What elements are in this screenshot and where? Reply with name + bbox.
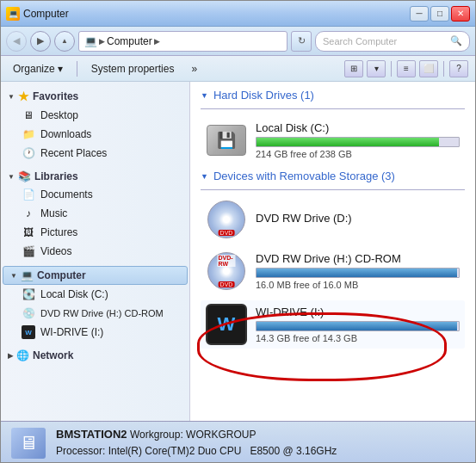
sidebar-item-dvd-h[interactable]: 💿 DVD RW Drive (H:) CD-ROM (1, 304, 189, 323)
network-triangle: ▶ (8, 352, 13, 360)
sidebar-item-documents[interactable]: 📄 Documents (1, 185, 189, 204)
widrive-sidebar-icon: W (22, 325, 35, 339)
local-c-thumb: 💾 (206, 123, 247, 157)
dvd-h-label: DVD RW Drive (H:) CD-ROM (40, 308, 164, 318)
network-label: Network (33, 349, 73, 361)
favorites-label: Favorites (33, 90, 78, 102)
videos-label: Videos (40, 245, 71, 257)
sidebar-item-pictures[interactable]: 🖼 Pictures (1, 223, 189, 242)
drive-local-c[interactable]: 💾 Local Disk (C:) 214 GB free of 238 GB (201, 116, 465, 164)
documents-label: Documents (40, 188, 93, 201)
help-button[interactable]: ? (449, 60, 468, 77)
sidebar-header-favorites[interactable]: ▼ ★ Favorites (1, 87, 189, 106)
details-button[interactable]: ≡ (397, 60, 416, 77)
sidebar-item-widrive[interactable]: W WI-DRIVE (I:) (1, 323, 189, 342)
downloads-icon: 📁 (22, 127, 35, 141)
widrive-i-bar-fill (257, 322, 457, 330)
widrive-image: W (206, 304, 247, 345)
removable-divider (201, 189, 465, 190)
view-arrow-button[interactable]: ▾ (367, 60, 386, 77)
hdd-divider (201, 108, 465, 109)
local-c-free: 214 GB free of 238 GB (256, 149, 460, 159)
sidebar-item-downloads[interactable]: 📁 Downloads (1, 125, 189, 144)
system-properties-button[interactable]: System properties (86, 61, 180, 77)
libraries-triangle: ▼ (8, 173, 15, 181)
organize-label: Organize (13, 63, 55, 75)
dvd-h-bar-fill (257, 269, 457, 277)
forward-button[interactable]: ▶ (30, 31, 51, 52)
pictures-label: Pictures (40, 226, 77, 238)
back-button[interactable]: ◀ (6, 31, 27, 52)
minimize-button[interactable]: ─ (410, 6, 429, 22)
search-placeholder: Search Computer (323, 36, 397, 46)
drive-dvd-h[interactable]: DVD-RW DVD RW Drive (H:) CD-ROM 16.0 MB … (201, 247, 465, 295)
widrive-i-free: 14.3 GB free of 14.3 GB (256, 333, 460, 343)
sidebar-section-computer: ▼ 💻 Computer 💽 Local Disk (C:) 💿 DVD RW … (1, 266, 189, 342)
removable-section-title: Devices with Removable Storage (3) (213, 170, 395, 182)
videos-icon: 🎬 (22, 244, 35, 258)
title-bar: 💻 Computer ─ □ ✕ (1, 1, 475, 27)
hdd-section-triangle: ▼ (201, 91, 208, 100)
toolbar: Organize ▾ System properties » ⊞ ▾ ≡ ⬜ ? (1, 56, 475, 82)
sidebar-item-recent-places[interactable]: 🕐 Recent Places (1, 144, 189, 163)
documents-icon: 📄 (22, 188, 35, 201)
sidebar-header-computer[interactable]: ▼ 💻 Computer (3, 266, 188, 285)
local-disk-c-label: Local Disk (C:) (40, 288, 108, 300)
status-computer-name: BMSTATION2 (56, 428, 127, 441)
status-text: BMSTATION2 Workgroup: WORKGROUP Processo… (56, 426, 337, 460)
recent-places-label: Recent Places (40, 147, 107, 159)
status-computer-icon: 🖥 (11, 428, 46, 459)
hard-disk-drives-header: ▼ Hard Disk Drives (1) (201, 89, 465, 102)
drive-widrive-i[interactable]: W WI-DRIVE (I:) 14.3 GB free of 14.3 GB (201, 300, 465, 349)
recent-places-icon: 🕐 (22, 146, 35, 160)
sidebar-section-network: ▶ 🌐 Network (1, 347, 189, 364)
restore-button[interactable]: □ (430, 6, 449, 22)
toolbar-separator-1 (77, 61, 77, 77)
close-button[interactable]: ✕ (451, 6, 470, 22)
toolbar-separator-3 (443, 61, 444, 77)
local-disk-c-icon: 💽 (22, 287, 35, 301)
organize-button[interactable]: Organize ▾ (8, 61, 68, 77)
dvd-h-thumb: DVD-RW (206, 254, 247, 288)
sidebar-item-local-disk-c[interactable]: 💽 Local Disk (C:) (1, 285, 189, 304)
sidebar-header-network[interactable]: ▶ 🌐 Network (1, 347, 189, 364)
more-label: » (191, 63, 197, 75)
sidebar-item-desktop[interactable]: 🖥 Desktop (1, 106, 189, 125)
hdd-section-title: Hard Disk Drives (1) (213, 89, 314, 102)
breadcrumb-computer: Computer (107, 35, 152, 47)
favorites-star-icon: ★ (18, 90, 29, 103)
music-icon: ♪ (22, 207, 35, 220)
right-panel: ▼ Hard Disk Drives (1) 💾 Local Disk (C:)… (190, 82, 475, 361)
more-button[interactable]: » (186, 61, 202, 77)
refresh-button[interactable]: ↻ (291, 31, 312, 52)
sidebar-item-music[interactable]: ♪ Music (1, 204, 189, 223)
local-c-name: Local Disk (C:) (256, 121, 460, 134)
title-bar-controls: ─ □ ✕ (410, 6, 470, 22)
dvd-h-info: DVD RW Drive (H:) CD-ROM 16.0 MB free of… (256, 252, 460, 290)
address-bar[interactable]: 💻 ▶ Computer ▶ (78, 31, 287, 52)
status-workgroup: Workgroup: WORKGROUP (130, 429, 256, 441)
toolbar-right: ⊞ ▾ ≡ ⬜ ? (344, 60, 468, 77)
view-toggle-button[interactable]: ⊞ (344, 60, 363, 77)
widrive-i-name: WI-DRIVE (I:) (256, 306, 460, 318)
breadcrumb: 💻 ▶ Computer ▶ (84, 35, 160, 47)
status-processor: Processor: Intel(R) Core(TM)2 Duo CPU (56, 445, 241, 457)
local-c-bar-fill (257, 138, 439, 146)
breadcrumb-separator: ▶ (99, 37, 105, 46)
drive-dvd-d[interactable]: DVD RW Drive (D:) (201, 197, 465, 242)
local-c-bar-bg (256, 137, 460, 147)
dvd-d-name: DVD RW Drive (D:) (256, 212, 460, 225)
status-processor-detail: E8500 @ 3.16GHz (250, 445, 337, 457)
sidebar-item-videos[interactable]: 🎬 Videos (1, 242, 189, 261)
favorites-triangle: ▼ (8, 93, 15, 101)
up-button[interactable]: ▲ (54, 31, 75, 52)
preview-button[interactable]: ⬜ (419, 60, 438, 77)
title-bar-left: 💻 Computer (6, 7, 69, 21)
sidebar: ▼ ★ Favorites 🖥 Desktop 📁 Downloads 🕐 Re… (1, 82, 190, 421)
sidebar-section-favorites: ▼ ★ Favorites 🖥 Desktop 📁 Downloads 🕐 Re… (1, 87, 189, 163)
search-bar[interactable]: Search Computer 🔍 (315, 31, 470, 52)
downloads-label: Downloads (40, 128, 91, 140)
dvd-d-thumb (206, 202, 247, 237)
search-icon: 🔍 (450, 35, 462, 46)
sidebar-header-libraries[interactable]: ▼ 📚 Libraries (1, 168, 189, 185)
